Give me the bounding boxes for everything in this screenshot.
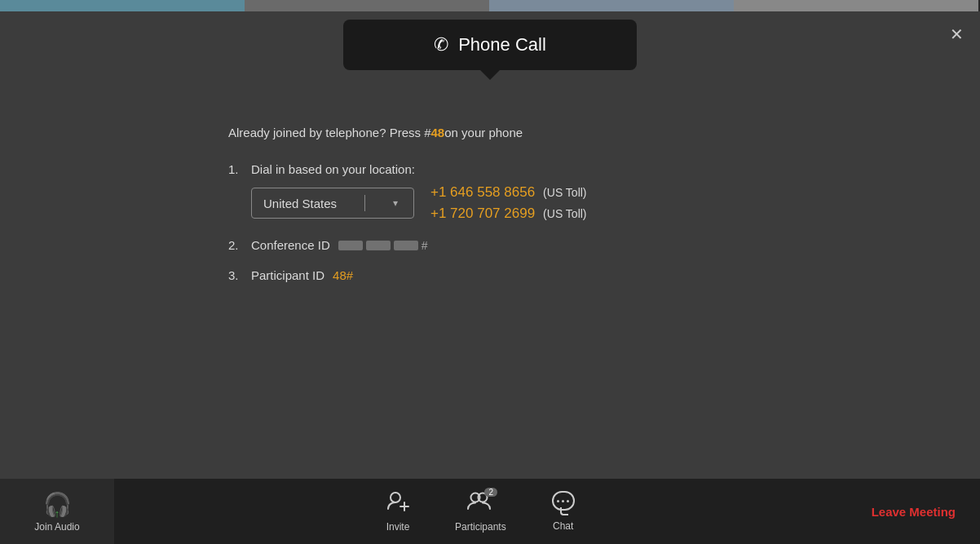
phone-number-2: +1 720 707 2699 [430, 206, 535, 222]
join-audio-button[interactable]: 🎧 ↑ Join Audio [0, 479, 114, 544]
svg-point-0 [391, 493, 400, 502]
invite-icon [386, 491, 409, 518]
conf-id-block-3 [394, 241, 418, 250]
headset-icon: 🎧 ↑ [43, 491, 72, 518]
participants-icon: 2 [466, 491, 494, 518]
step-1-label: Dial in based on your location: [251, 162, 587, 176]
participant-id-value: 48# [333, 268, 353, 282]
conference-id-value: # [338, 239, 428, 252]
step-3-num: 3. [228, 268, 245, 282]
phone-numbers: +1 646 558 8656 (US Toll) +1 720 707 269… [430, 184, 587, 222]
up-arrow-icon: ↑ [55, 507, 60, 520]
video-strip [0, 0, 980, 11]
step-3: 3. Participant ID 48# [228, 268, 353, 282]
participants-label: Participants [455, 521, 506, 533]
toolbar: 🎧 ↑ Join Audio Invite 2 Pa [0, 479, 980, 544]
phone-icon: ✆ [434, 34, 448, 55]
select-divider [364, 195, 365, 211]
already-joined-prefix: Already joined by telephone? Press # [228, 126, 431, 139]
chat-button[interactable]: Chat [523, 479, 604, 544]
phone-line-2: +1 720 707 2699 (US Toll) [430, 206, 587, 222]
country-select[interactable]: United States ▾ [251, 188, 414, 219]
phone-type-2: (US Toll) [543, 207, 586, 220]
invite-button[interactable]: Invite [357, 479, 439, 544]
step-1-content: Dial in based on your location: United S… [251, 162, 587, 222]
participants-badge: 2 [484, 488, 497, 497]
already-joined-text: Already joined by telephone? Press #48on… [228, 126, 523, 139]
participants-button[interactable]: 2 Participants [439, 479, 523, 544]
phone-line-1: +1 646 558 8656 (US Toll) [430, 184, 587, 201]
chat-icon [552, 491, 575, 517]
chat-dot-3 [567, 500, 569, 502]
step-2-num: 2. [228, 238, 245, 252]
conf-hash: # [422, 239, 428, 252]
popup-title: Phone Call [458, 34, 546, 55]
conf-id-block-1 [338, 241, 363, 250]
video-thumb-4 [734, 0, 978, 11]
phone-number-1: +1 646 558 8656 [430, 184, 535, 201]
conf-id-block-2 [366, 241, 391, 250]
join-audio-label: Join Audio [34, 521, 79, 533]
location-row: United States ▾ +1 646 558 8656 (US Toll… [251, 184, 587, 222]
conference-row: Conference ID # [251, 238, 428, 252]
video-thumb-1 [0, 0, 245, 11]
step-1: 1. Dial in based on your location: Unite… [228, 162, 587, 222]
video-thumb-3 [489, 0, 734, 11]
close-button[interactable]: ✕ [950, 26, 964, 42]
content-area: Already joined by telephone? Press #48on… [0, 109, 980, 315]
conference-id-label: Conference ID [251, 238, 330, 252]
step-2: 2. Conference ID # [228, 238, 428, 252]
leave-meeting-button[interactable]: Leave Meeting [847, 479, 980, 544]
participant-row: Participant ID 48# [251, 268, 353, 282]
chat-dot-2 [562, 500, 564, 502]
step-1-num: 1. [228, 162, 245, 176]
country-label: United States [263, 197, 337, 210]
video-thumb-2 [245, 0, 489, 11]
invite-label: Invite [386, 521, 410, 533]
chat-dot-1 [557, 500, 559, 502]
already-joined-suffix: on your phone [444, 126, 523, 139]
highlight-number: 48 [431, 126, 445, 139]
participant-id-label: Participant ID [251, 268, 324, 282]
phone-call-popup: ✆ Phone Call [343, 20, 637, 70]
phone-type-1: (US Toll) [543, 186, 586, 199]
leave-meeting-label: Leave Meeting [872, 505, 956, 519]
modal-backdrop: ✆ Phone Call ✕ Already joined by telepho… [0, 11, 980, 490]
chat-label: Chat [553, 520, 573, 532]
chevron-down-icon: ▾ [393, 197, 398, 209]
